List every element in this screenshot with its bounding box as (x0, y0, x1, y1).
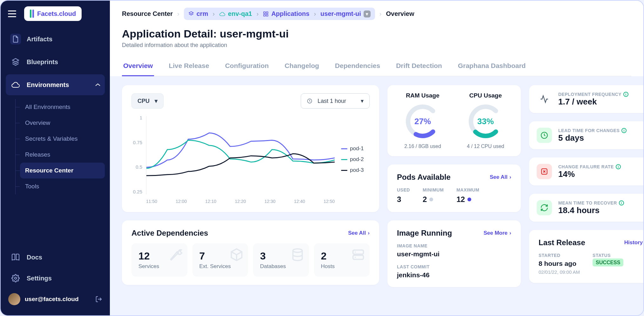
legend-item: pod-3 (341, 167, 364, 173)
svg-rect-4 (266, 14, 268, 16)
menu-toggle-button[interactable] (6, 7, 18, 20)
env-subnav: All Environments Overview Secrets & Vari… (15, 99, 105, 194)
breadcrumb-pill: crm › env-qa1 › Applications › user-mgmt… (184, 8, 375, 20)
history-link[interactable]: History› (624, 239, 643, 246)
topbar: Resource Center › crm › env-qa1 › (110, 1, 643, 76)
svg-rect-7 (353, 250, 364, 254)
breadcrumb-env[interactable]: env-qa1 (219, 10, 252, 17)
cpu-chart-card: CPU ▾ Last 1 hour ▾ 1 (122, 85, 379, 212)
chevron-up-icon (95, 83, 100, 86)
book-icon (10, 252, 21, 263)
clock-icon (537, 128, 552, 143)
breadcrumb-app[interactable]: user-mgmt-ui ▾ (320, 10, 371, 17)
release-started: STARTED 8 hours ago 02/01/22, 09:00 AM (539, 253, 580, 275)
box-icon (230, 248, 244, 262)
subnav-all-environments[interactable]: All Environments (20, 99, 105, 115)
svg-point-10 (355, 257, 356, 258)
pods-maximum: MAXIMUM 12 (456, 187, 479, 204)
svg-rect-3 (264, 14, 265, 16)
see-all-link[interactable]: See All› (490, 174, 511, 180)
svg-rect-1 (264, 12, 265, 13)
clock-icon (307, 98, 312, 104)
chevron-down-icon[interactable]: ▾ (364, 10, 371, 17)
breadcrumb-apps[interactable]: Applications (263, 10, 309, 17)
chevron-down-icon: ▾ (361, 97, 364, 104)
dep-databases[interactable]: 3 Databases (253, 243, 309, 277)
page-title: Application Detail: user-mgmt-ui (122, 28, 631, 40)
tab-dependencies[interactable]: Dependencies (334, 57, 381, 76)
nav-blueprints[interactable]: Blueprints (6, 51, 105, 72)
nav-label: Docs (27, 254, 42, 261)
info-icon[interactable]: i (619, 200, 624, 205)
section-title: Pods Available (397, 173, 451, 182)
last-release-card: Last Release History› STARTED 8 hours ag… (529, 230, 643, 283)
dep-services[interactable]: 12 Services (131, 243, 187, 277)
dot-icon (467, 198, 471, 201)
chevron-right-icon: › (212, 10, 215, 17)
layers-icon (10, 57, 21, 67)
see-more-link[interactable]: See More› (484, 230, 511, 236)
dep-hosts[interactable]: 2 Hosts (314, 243, 370, 277)
main: Resource Center › crm › env-qa1 › (110, 1, 643, 315)
page-subtitle: Detailed information about the applicati… (122, 42, 631, 49)
tab-overview[interactable]: Overview (122, 57, 154, 76)
brand-logo[interactable]: Facets.cloud (24, 6, 82, 21)
nav-environments[interactable]: Environments (6, 74, 105, 95)
section-title: Last Release (539, 238, 585, 247)
metric-select[interactable]: CPU ▾ (131, 93, 164, 109)
tab-drift-detection[interactable]: Drift Detection (395, 57, 443, 76)
chart-plot: 1 0.75 0.5 0.25 11:50 12:00 (131, 115, 335, 204)
subnav-tools[interactable]: Tools (20, 178, 105, 194)
nav-label: Environments (27, 81, 69, 89)
see-all-link[interactable]: See All › (348, 230, 370, 236)
nav-docs[interactable]: Docs (6, 247, 105, 268)
info-icon[interactable]: i (621, 128, 627, 133)
tab-changelog[interactable]: Changelog (283, 57, 320, 76)
server-icon (351, 248, 365, 262)
section-title: Active Dependencies (131, 229, 208, 238)
cpu-gauge-ring: 33% (466, 102, 505, 140)
chevron-right-icon: › (509, 174, 511, 180)
subnav-releases[interactable]: Releases (20, 147, 105, 163)
cpu-gauge: CPU Usage 33% 4 / 12 CPU used (456, 92, 515, 149)
chevron-right-icon: › (177, 10, 179, 17)
ram-gauge-ring: 27% (404, 102, 442, 140)
svg-point-6 (293, 249, 302, 252)
breadcrumb-root[interactable]: Resource Center (122, 10, 173, 17)
pods-minimum: MINIMUM 2 (423, 187, 444, 204)
dep-ext-services[interactable]: 7 Ext. Services (192, 243, 248, 277)
layers-icon (188, 11, 194, 17)
file-icon (10, 34, 21, 44)
x-axis: 11:50 12:00 12:10 12:20 12:30 12:40 12:5… (146, 199, 335, 204)
activity-icon (537, 91, 552, 107)
user-email: user@facets.cloud (25, 296, 79, 303)
tab-configuration[interactable]: Configuration (224, 57, 270, 76)
info-icon[interactable]: i (623, 92, 628, 97)
subnav-secrets-variables[interactable]: Secrets & Variables (20, 131, 105, 147)
chevron-right-icon: › (379, 10, 382, 17)
tab-graphana-dashboard[interactable]: Graphana Dashboard (457, 57, 527, 76)
tab-live-release[interactable]: Live Release (167, 57, 210, 76)
nav-settings[interactable]: Settings (6, 268, 105, 289)
chevron-right-icon: › (314, 10, 316, 17)
dot-icon (429, 198, 433, 201)
nav-label: Artifacts (27, 36, 52, 43)
breadcrumb-current: Overview (386, 10, 414, 17)
chevron-right-icon: › (257, 10, 259, 17)
legend-item: pod-2 (341, 156, 364, 163)
subnav-resource-center[interactable]: Resource Center (20, 163, 105, 178)
timerange-select[interactable]: Last 1 hour ▾ (301, 93, 370, 109)
info-icon[interactable]: i (616, 164, 621, 169)
sidebar: Facets.cloud Artifacts Blueprints En (1, 1, 110, 315)
cloud-icon (10, 79, 21, 90)
user-row: user@facets.cloud (6, 289, 105, 310)
svg-rect-8 (353, 255, 364, 259)
avatar[interactable] (8, 293, 20, 305)
metric-mttr: MEAN TIME TO RECOVERi 18.4 hours (529, 194, 643, 222)
active-dependencies-card: Active Dependencies See All › 12 Service… (122, 220, 379, 285)
nav-artifacts[interactable]: Artifacts (6, 29, 105, 50)
subnav-overview[interactable]: Overview (20, 115, 105, 131)
logout-icon[interactable] (95, 296, 102, 303)
breadcrumb-crm[interactable]: crm (188, 10, 208, 17)
y-axis: 1 0.75 0.5 0.25 (131, 115, 144, 194)
